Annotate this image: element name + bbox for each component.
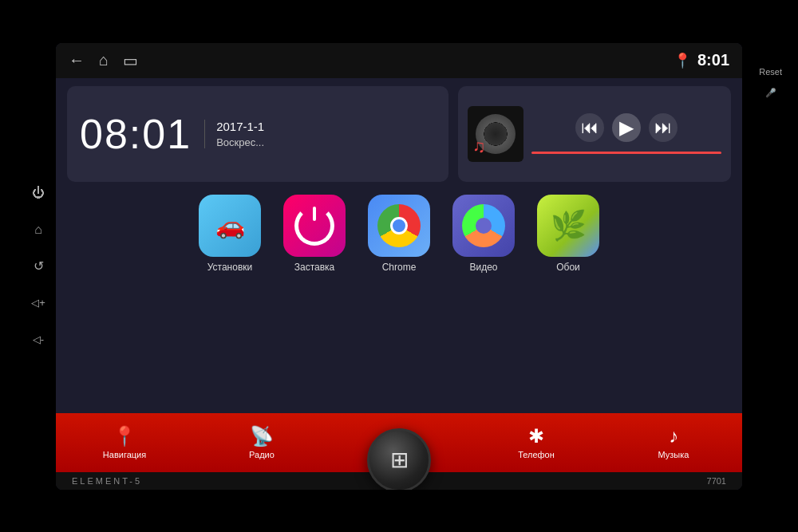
nav-music[interactable]: ♪ Музыка xyxy=(605,425,742,459)
location-icon: 📍 xyxy=(674,52,691,69)
prev-button[interactable]: ⏮ xyxy=(575,113,604,142)
app-chrome[interactable]: Chrome xyxy=(363,195,435,273)
play-button[interactable]: ▶ xyxy=(612,113,641,142)
clock-display: 08:01 xyxy=(80,110,192,158)
status-bar: 📍 8:01 xyxy=(674,51,729,69)
mic-button[interactable]: 🎤 xyxy=(765,88,776,98)
recent-apps-icon[interactable]: ▭ xyxy=(123,51,138,70)
wallpaper-label: Обои xyxy=(556,262,580,273)
video-inner-circle xyxy=(476,218,492,234)
system-time: 8:01 xyxy=(697,51,729,69)
phone-label: Телефон xyxy=(518,450,555,459)
video-circle-graphic xyxy=(462,204,505,247)
right-side-controls: Reset 🎤 xyxy=(759,67,782,98)
app-wallpaper[interactable]: 🌿 Обои xyxy=(532,195,604,273)
display-screen: ← ⌂ ▭ 📍 8:01 08:01 2017-1-1 Воскрес... xyxy=(56,43,742,490)
car-head-unit: ⏻ ⌂ ↺ ◁+ ◁- Reset 🎤 ← ⌂ ▭ 📍 8:01 xyxy=(56,43,742,490)
model-label: 7701 xyxy=(707,476,726,486)
nav-radio[interactable]: 📡 Радио xyxy=(193,425,330,459)
album-art: ♫ xyxy=(468,106,523,162)
nav-navigation[interactable]: 📍 Навигация xyxy=(56,425,193,459)
settings-label: Установки xyxy=(207,262,252,273)
screensaver-icon xyxy=(283,195,346,257)
app-settings[interactable]: 🚗 Установки xyxy=(194,195,266,273)
screensaver-label: Заставка xyxy=(294,262,335,273)
date-value: 2017-1-1 xyxy=(216,120,264,133)
power-ring xyxy=(294,206,334,246)
music-controls: ⏮ ▶ ⏭ xyxy=(531,113,721,154)
navigation-icon: 📍 xyxy=(113,425,136,447)
reset-button[interactable]: Reset xyxy=(759,67,782,77)
app-grid: 🚗 Установки Заставка xyxy=(67,190,731,278)
video-label: Видео xyxy=(469,262,497,273)
volume-up-button[interactable]: ◁+ xyxy=(27,292,49,314)
nav-phone[interactable]: ✱ Телефон xyxy=(468,425,605,459)
home-grid-icon: ⊞ xyxy=(390,447,409,473)
radio-label: Радио xyxy=(249,450,275,459)
back-side-button[interactable]: ↺ xyxy=(27,255,49,278)
progress-bar xyxy=(531,152,721,154)
music-nav-icon: ♪ xyxy=(669,425,678,447)
main-content-area: 08:01 2017-1-1 Воскрес... ♫ ⏮ xyxy=(56,78,742,413)
wallpaper-graphic: 🌿 xyxy=(551,209,587,242)
home-center-button[interactable]: ⊞ xyxy=(367,428,431,490)
volume-down-button[interactable]: ◁- xyxy=(27,329,49,351)
wallpaper-icon: 🌿 xyxy=(537,195,599,257)
chrome-icon xyxy=(368,195,430,257)
navigation-label: Навигация xyxy=(103,450,146,459)
top-navigation-bar: ← ⌂ ▭ 📍 8:01 xyxy=(56,43,742,78)
nav-controls: ← ⌂ ▭ xyxy=(69,51,138,70)
chrome-outer-ring xyxy=(377,204,421,247)
chrome-inner-circle xyxy=(390,217,408,234)
back-icon[interactable]: ← xyxy=(69,51,85,69)
date-display: 2017-1-1 Воскрес... xyxy=(204,120,264,148)
settings-icon: 🚗 xyxy=(199,195,261,257)
phone-icon: ✱ xyxy=(528,425,544,447)
music-nav-label: Музыка xyxy=(658,450,689,459)
music-widget[interactable]: ♫ ⏮ ▶ ⏭ xyxy=(458,86,731,182)
radio-icon: 📡 xyxy=(250,425,274,447)
power-line xyxy=(313,207,316,221)
playback-controls: ⏮ ▶ ⏭ xyxy=(531,113,721,142)
chrome-label: Chrome xyxy=(382,262,417,273)
music-note-icon: ♫ xyxy=(472,136,486,157)
power-button[interactable]: ⏻ xyxy=(27,182,49,204)
brand-label: ELEMENT-5 xyxy=(72,476,142,486)
home-side-button[interactable]: ⌂ xyxy=(27,219,49,241)
next-button[interactable]: ⏭ xyxy=(649,113,678,142)
app-video[interactable]: Видео xyxy=(448,195,519,273)
video-icon xyxy=(452,195,515,257)
left-side-controls: ⏻ ⌂ ↺ ◁+ ◁- xyxy=(27,182,49,351)
home-icon[interactable]: ⌂ xyxy=(99,51,109,69)
power-graphic xyxy=(283,195,346,257)
bottom-navigation-bar: 📍 Навигация 📡 Радио ⊞ ✱ Телефон ♪ Музыка xyxy=(56,413,742,472)
app-screensaver[interactable]: Заставка xyxy=(279,195,350,273)
widget-row: 08:01 2017-1-1 Воскрес... ♫ ⏮ xyxy=(67,86,731,182)
day-value: Воскрес... xyxy=(216,136,264,148)
clock-widget[interactable]: 08:01 2017-1-1 Воскрес... xyxy=(67,86,448,182)
chrome-logo-graphic xyxy=(377,204,421,247)
car-settings-graphic: 🚗 xyxy=(199,195,261,257)
